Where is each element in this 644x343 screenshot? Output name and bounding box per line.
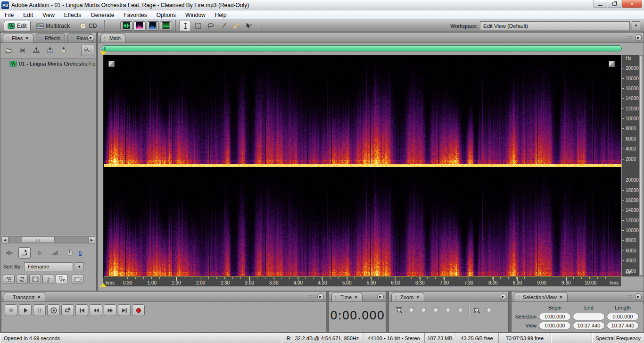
menu-help[interactable]: Help bbox=[210, 10, 231, 19]
spectral-phase-view-button[interactable] bbox=[160, 21, 172, 31]
restore-button[interactable] bbox=[608, 0, 621, 8]
preview-volume-link[interactable]: 0 bbox=[79, 250, 82, 256]
minimize-button[interactable] bbox=[594, 0, 607, 8]
open-file-button[interactable] bbox=[2, 45, 15, 57]
left-channel-button[interactable] bbox=[108, 61, 115, 67]
zoom-panel-menu-button[interactable]: ▶ bbox=[500, 293, 506, 300]
loop-play-button[interactable] bbox=[61, 304, 74, 316]
tab-main[interactable]: Main bbox=[100, 33, 125, 42]
time-selection-tool-button[interactable] bbox=[179, 21, 191, 31]
spectrogram-canvas[interactable] bbox=[104, 55, 621, 277]
close-tab-icon[interactable]: ✕ bbox=[559, 295, 563, 300]
vscroll-thumb[interactable] bbox=[640, 56, 643, 276]
scroll-left-icon[interactable]: ◀ bbox=[1, 236, 8, 243]
go-to-end-button[interactable] bbox=[118, 304, 131, 316]
scrub-tool-button[interactable] bbox=[243, 21, 255, 31]
file-list-hscrollbar[interactable]: ◀ ||| ▶ bbox=[1, 236, 95, 244]
transport-panel-menu-button[interactable]: ▶ bbox=[317, 293, 324, 300]
close-tab-icon[interactable]: ✕ bbox=[354, 295, 358, 300]
spectral-frequency-view-button[interactable] bbox=[133, 21, 146, 31]
close-file-button[interactable] bbox=[16, 45, 29, 57]
time-field[interactable]: 0:00.000 bbox=[607, 313, 639, 320]
tab-selection-view[interactable]: Selection/View ✕ bbox=[514, 292, 568, 301]
time-field[interactable]: 10:37.440 bbox=[607, 322, 639, 329]
zoom-in-right-edge-button[interactable]: + bbox=[442, 305, 454, 316]
lasso-selection-tool-button[interactable] bbox=[205, 21, 216, 31]
zoom-in-horizontally-button[interactable]: + bbox=[393, 305, 405, 316]
autoplay-button[interactable] bbox=[18, 247, 31, 259]
main-panel-menu-button[interactable]: ▶ bbox=[635, 34, 642, 41]
fast-forward-button[interactable] bbox=[104, 304, 116, 316]
show-audio-button[interactable] bbox=[3, 275, 15, 284]
workspace-dropdown-arrow-icon[interactable]: ▼ bbox=[632, 21, 640, 30]
play-button[interactable] bbox=[19, 304, 32, 316]
close-tab-icon[interactable]: ✕ bbox=[416, 295, 420, 300]
marquee-selection-tool-button[interactable] bbox=[192, 21, 204, 31]
menu-view[interactable]: View bbox=[38, 10, 59, 19]
frequency-ruler[interactable]: Hz20000180001600014000120001000080006000… bbox=[622, 55, 639, 276]
meter-button[interactable] bbox=[49, 247, 61, 259]
file-list[interactable]: 01 - Lingua Mortis Orchestra Feat bbox=[1, 58, 96, 235]
go-to-beginning-button[interactable] bbox=[75, 304, 88, 316]
right-channel-button[interactable] bbox=[609, 61, 615, 67]
zoom-in-left-edge-button[interactable]: + bbox=[454, 305, 467, 316]
current-time-display[interactable]: 0:00.000 bbox=[329, 309, 386, 322]
show-loops-button[interactable] bbox=[16, 275, 28, 284]
menu-favorites[interactable]: Favorites bbox=[119, 10, 151, 19]
time-field[interactable]: 10:37.440 bbox=[573, 322, 605, 329]
multitrack-mode-button[interactable]: Multitrack bbox=[33, 21, 74, 31]
import-cd-button[interactable] bbox=[57, 45, 70, 57]
workspace-select[interactable]: Edit View (Default) bbox=[480, 21, 630, 30]
close-tab-icon[interactable]: ✕ bbox=[25, 36, 29, 41]
time-field[interactable] bbox=[573, 313, 605, 320]
menu-window[interactable]: Window bbox=[181, 10, 210, 19]
filter-options-button[interactable] bbox=[56, 275, 67, 284]
import-audio-button[interactable] bbox=[30, 45, 42, 57]
file-list-item[interactable]: 01 - Lingua Mortis Orchestra Feat bbox=[1, 59, 96, 68]
record-button[interactable] bbox=[132, 304, 145, 316]
menu-edit[interactable]: Edit bbox=[18, 10, 38, 19]
close-tab-icon[interactable]: ✕ bbox=[37, 295, 41, 300]
effects-paintbrush-tool-button[interactable] bbox=[217, 21, 229, 31]
tab-effects[interactable]: Effects bbox=[36, 33, 65, 42]
tab-transport[interactable]: Transport ✕ bbox=[4, 292, 45, 301]
cd-mode-button[interactable]: CD bbox=[75, 21, 100, 31]
show-full-path-button[interactable]: C:\> bbox=[72, 275, 83, 284]
timeline-ruler[interactable]: hms0:301:001:302:002:303:003:304:004:305… bbox=[103, 276, 621, 286]
zoom-out-horizontally-button[interactable]: − bbox=[405, 305, 418, 316]
menu-generate[interactable]: Generate bbox=[86, 10, 119, 19]
play-small-button[interactable] bbox=[33, 247, 46, 259]
zoom-navigation-bar[interactable] bbox=[102, 45, 622, 51]
edit-mode-button[interactable]: Edit bbox=[4, 21, 31, 31]
nav-handle[interactable] bbox=[104, 47, 106, 51]
playhead-marker-bottom[interactable] bbox=[100, 283, 107, 287]
scroll-right-icon[interactable]: ▶ bbox=[88, 236, 95, 243]
menu-file[interactable]: File bbox=[0, 10, 18, 19]
tab-zoom[interactable]: Zoom ✕ bbox=[391, 292, 424, 301]
knob-button[interactable] bbox=[64, 247, 76, 259]
speaker-muted-button[interactable] bbox=[3, 247, 16, 259]
show-video-button[interactable] bbox=[29, 275, 41, 284]
time-field[interactable]: 0:00.000 bbox=[539, 313, 571, 320]
zoom-out-vertically-button[interactable]: − bbox=[483, 305, 495, 316]
sort-dropdown-arrow-icon[interactable]: ▼ bbox=[75, 262, 83, 271]
files-panel-menu-button[interactable]: ▶ bbox=[88, 34, 94, 41]
zoom-out-full-button[interactable]: − bbox=[418, 305, 430, 316]
options-toggle-button[interactable] bbox=[81, 45, 94, 56]
pause-button[interactable] bbox=[33, 304, 46, 316]
close-button[interactable]: × bbox=[622, 0, 642, 8]
selection-panel-menu-button[interactable]: ▶ bbox=[635, 293, 642, 300]
spectral-pan-view-button[interactable] bbox=[147, 21, 159, 31]
hscroll-thumb[interactable]: ||| bbox=[22, 237, 55, 243]
rewind-button[interactable] bbox=[90, 304, 102, 316]
time-panel-menu-button[interactable]: ▶ bbox=[377, 293, 384, 300]
tab-files[interactable]: Files✕ bbox=[3, 33, 33, 42]
zoom-to-selection-button[interactable]: + bbox=[430, 305, 442, 316]
spectral-display[interactable] bbox=[103, 55, 621, 276]
waveform-view-button[interactable] bbox=[120, 21, 132, 31]
zoom-in-vertically-button[interactable]: + bbox=[471, 305, 483, 316]
menu-options[interactable]: Options bbox=[152, 10, 181, 19]
sort-by-select[interactable]: Filename bbox=[24, 262, 73, 271]
import-session-button[interactable] bbox=[43, 45, 56, 57]
vertical-scrollbar[interactable] bbox=[639, 55, 644, 276]
